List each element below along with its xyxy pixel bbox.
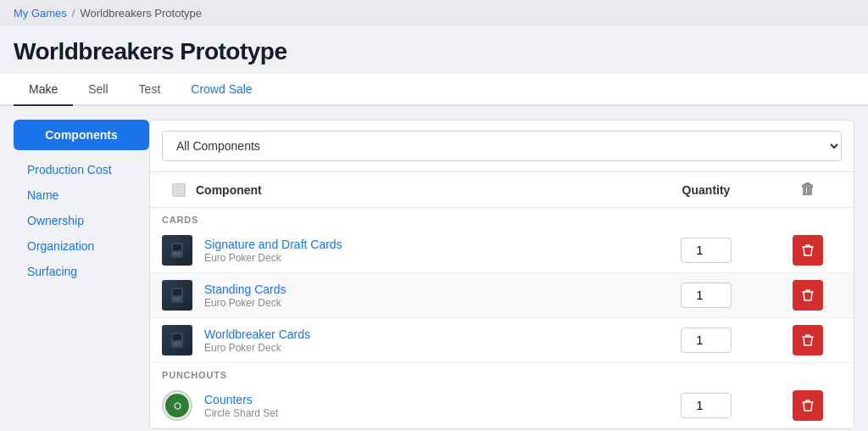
- row-thumb-worldbreaker: [162, 325, 196, 355]
- delete-button-counters[interactable]: [793, 390, 823, 421]
- trash-icon: [802, 243, 814, 257]
- delete-cell-standing: [774, 280, 842, 311]
- table-row: Standing Cards Euro Poker Deck: [150, 273, 854, 318]
- counter-inner-circle: ⬡: [165, 394, 189, 417]
- trash-icon: [802, 399, 814, 412]
- tab-make[interactable]: Make: [14, 74, 73, 106]
- trash-icon: [802, 288, 814, 302]
- main-content: Components Production Cost Name Ownershi…: [0, 106, 868, 431]
- quantity-input-worldbreaker[interactable]: [681, 327, 732, 353]
- table-row: Signature and Draft Cards Euro Poker Dec…: [150, 228, 854, 273]
- sidebar-item-organization[interactable]: Organization: [14, 233, 149, 259]
- page-wrapper: My Games / Worldbreakers Prototype World…: [0, 0, 868, 431]
- qty-cell-sig: [638, 238, 774, 263]
- card-icon: [170, 332, 185, 349]
- breadcrumb-current: Worldbreakers Prototype: [80, 7, 202, 20]
- row-thumb-sig: [162, 235, 196, 266]
- table-header: Component Quantity 🗑: [150, 172, 854, 208]
- section-label-punchouts: PUNCHOUTS: [150, 363, 854, 383]
- sidebar-item-surfacing[interactable]: Surfacing: [14, 259, 149, 284]
- tabs-bar: Make Sell Test Crowd Sale: [0, 74, 868, 106]
- component-name-standing[interactable]: Standing Cards: [204, 283, 638, 296]
- quantity-input-counters[interactable]: [681, 393, 732, 418]
- tab-sell[interactable]: Sell: [73, 74, 123, 106]
- sidebar-item-ownership[interactable]: Ownership: [14, 208, 149, 233]
- breadcrumb-parent-link[interactable]: My Games: [14, 7, 67, 20]
- card-thumbnail: [162, 325, 192, 355]
- header-delete-col: 🗑: [774, 181, 842, 199]
- tab-test[interactable]: Test: [124, 74, 176, 106]
- breadcrumb: My Games / Worldbreakers Prototype: [0, 0, 868, 26]
- component-subtitle-counters: Circle Shard Set: [204, 407, 638, 419]
- card-icon: [170, 242, 185, 259]
- header-quantity-col: Quantity: [638, 183, 774, 197]
- svg-rect-1: [173, 244, 181, 250]
- table-row: Worldbreaker Cards Euro Poker Deck: [150, 318, 854, 363]
- component-subtitle-standing: Euro Poker Deck: [204, 297, 638, 309]
- delete-button-standing[interactable]: [793, 280, 823, 311]
- delete-cell-worldbreaker: [774, 325, 842, 355]
- component-name-worldbreaker[interactable]: Worldbreaker Cards: [204, 327, 638, 341]
- page-title: Worldbreakers Prototype: [0, 26, 868, 74]
- delete-button-worldbreaker[interactable]: [793, 325, 823, 355]
- components-dropdown[interactable]: All Components Cards Punchouts Tiles Dic…: [162, 131, 842, 161]
- delete-button-sig[interactable]: [793, 235, 823, 266]
- components-button[interactable]: Components: [14, 120, 149, 150]
- delete-cell-counters: [774, 390, 842, 421]
- counter-thumbnail: ⬡: [162, 390, 192, 421]
- content-panel: All Components Cards Punchouts Tiles Dic…: [149, 120, 854, 429]
- row-info-sig: Signature and Draft Cards Euro Poker Dec…: [196, 238, 638, 264]
- row-thumb-standing: [162, 280, 196, 311]
- quantity-input-sig[interactable]: [681, 238, 732, 263]
- header-icon-col: [162, 183, 196, 197]
- row-info-standing: Standing Cards Euro Poker Deck: [196, 283, 638, 309]
- delete-cell-sig: [774, 235, 842, 266]
- sidebar-item-name[interactable]: Name: [14, 182, 149, 208]
- trash-icon: [802, 333, 814, 347]
- delete-header-icon: 🗑: [800, 181, 815, 199]
- counter-symbol: ⬡: [174, 401, 181, 411]
- card-icon: [170, 287, 185, 304]
- svg-rect-9: [173, 334, 181, 340]
- qty-cell-counters: [638, 393, 774, 418]
- quantity-input-standing[interactable]: [681, 283, 732, 308]
- component-name-counters[interactable]: Counters: [204, 393, 638, 406]
- row-thumb-counters: ⬡: [162, 390, 196, 421]
- sidebar-item-production-cost[interactable]: Production Cost: [14, 157, 149, 182]
- row-info-worldbreaker: Worldbreaker Cards Euro Poker Deck: [196, 327, 638, 354]
- sidebar: Components Production Cost Name Ownershi…: [14, 120, 149, 429]
- qty-cell-standing: [638, 283, 774, 308]
- component-subtitle-worldbreaker: Euro Poker Deck: [204, 342, 638, 354]
- row-info-counters: Counters Circle Shard Set: [196, 393, 638, 419]
- card-thumbnail: [162, 280, 192, 311]
- card-thumbnail: [162, 235, 192, 266]
- header-component-col: Component: [196, 183, 638, 197]
- svg-rect-5: [173, 289, 181, 295]
- tab-crowd-sale[interactable]: Crowd Sale: [175, 74, 267, 106]
- component-name-sig[interactable]: Signature and Draft Cards: [204, 238, 638, 251]
- qty-cell-worldbreaker: [638, 327, 774, 353]
- table-row: ⬡ Counters Circle Shard Set: [150, 383, 854, 428]
- image-icon: [172, 183, 186, 197]
- component-subtitle-sig: Euro Poker Deck: [204, 252, 638, 264]
- section-label-cards: CARDS: [150, 208, 854, 228]
- breadcrumb-separator: /: [72, 7, 75, 20]
- dropdown-bar: All Components Cards Punchouts Tiles Dic…: [150, 120, 854, 172]
